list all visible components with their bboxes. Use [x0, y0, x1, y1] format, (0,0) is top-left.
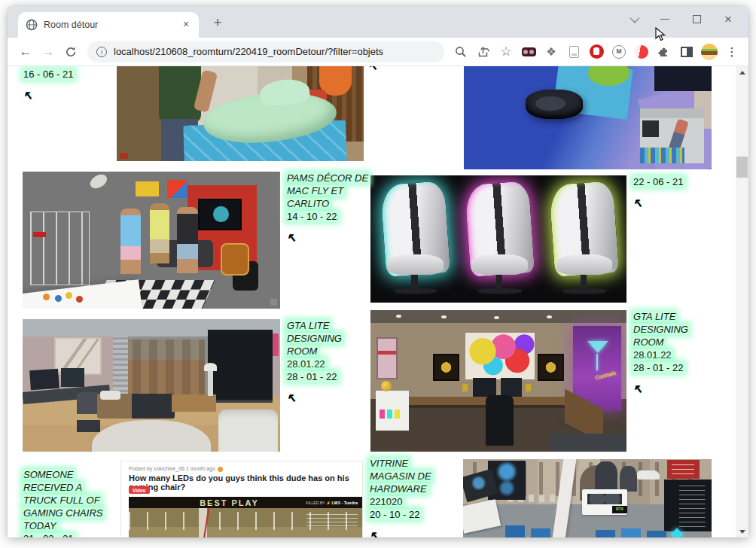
browser-toolbar: ← → i localhost/210608_roomturn/220419_r…	[8, 38, 748, 66]
white-box	[463, 499, 500, 533]
gallery-image-gta-studio[interactable]: Cocktails	[370, 310, 626, 452]
tv-face	[213, 206, 229, 223]
video-watermark	[120, 153, 128, 159]
nw-arrow-icon: ↖	[369, 529, 453, 537]
gallery-image-streamer-room[interactable]	[23, 172, 280, 309]
extension-adblock-hand-icon[interactable]	[586, 41, 607, 62]
address-bar[interactable]: i localhost/210608_roomturn/220419_roomD…	[87, 41, 444, 62]
vertical-scrollbar[interactable]	[736, 66, 748, 537]
chevron-down-icon[interactable]	[617, 6, 649, 32]
cube-shelf-grid	[30, 212, 90, 285]
chair-base	[562, 288, 606, 294]
mouse-cursor	[655, 27, 667, 42]
glass-cases	[664, 480, 712, 531]
tab-title: Room détour	[44, 20, 179, 30]
gallery-image-gta-bedroom[interactable]	[23, 319, 280, 452]
gold-record	[434, 355, 458, 379]
hanging-prop	[87, 172, 109, 192]
pip-person	[669, 118, 689, 151]
gold-record	[539, 355, 562, 379]
neon-glass-stem	[596, 354, 598, 370]
nw-arrow-icon: ↖	[23, 89, 105, 102]
maximize-button[interactable]	[681, 6, 712, 32]
supreme-box	[33, 232, 46, 237]
nw-arrow-icon: ↖	[286, 391, 370, 404]
colored-bottles	[380, 409, 385, 419]
gallery-image-hardware-storefront[interactable]: RTX	[463, 459, 712, 537]
killed-by-text: KILLED BY ⚡ LW3 - Tundra	[283, 501, 362, 505]
floor-lamp	[208, 367, 213, 396]
label-code: 28.01.22	[286, 358, 326, 370]
search-icon[interactable]	[450, 41, 471, 62]
office-chair	[77, 392, 100, 432]
gallery-image-reddit-post[interactable]: Posted by u/Archive_06 1 month ago How m…	[120, 461, 363, 537]
speakers	[462, 384, 468, 391]
car-reflection	[637, 470, 660, 480]
menu-dots-icon[interactable]: ⋮	[721, 41, 742, 62]
video-badge: Video	[129, 486, 150, 494]
page-content: 16 - 06 - 21 ↖ ↖	[8, 66, 748, 537]
forward-icon[interactable]: →	[38, 41, 59, 62]
monitor	[473, 378, 496, 396]
chair-base	[478, 288, 522, 294]
back-icon[interactable]: ←	[15, 41, 36, 62]
reader-square-icon[interactable]	[676, 41, 697, 62]
killcam-scene	[129, 508, 362, 537]
person-reflection	[595, 461, 617, 492]
reload-icon[interactable]	[60, 41, 81, 62]
pip-wall	[640, 108, 705, 118]
scene-hud-text	[306, 513, 358, 526]
label-date: 16 - 06 - 21	[23, 68, 75, 80]
gallery-label-8: VITRINE MAGASIN DE HARDWARE 221020 20 - …	[369, 457, 453, 537]
scrollbar-thumb[interactable]	[736, 157, 748, 178]
gallery-image-foam-chair[interactable]	[117, 66, 364, 161]
url-text: localhost/210608_roomturn/220419_roomDet…	[114, 46, 383, 57]
extension-onetab-icon[interactable]	[631, 41, 652, 62]
scroll-up-icon[interactable]	[736, 66, 748, 78]
close-button[interactable]: ×	[712, 6, 744, 32]
gallery-image-rgb-gaming-chairs[interactable]	[370, 175, 626, 303]
red-poster	[667, 460, 700, 479]
gallery-label-6: GTA LITE DESIGNING ROOM 28.01.22 28 - 01…	[633, 310, 715, 395]
label-title: SOMEONE RECEIVED A TRUCK FULL OF GAMING …	[23, 469, 103, 531]
extension-mask-icon[interactable]	[518, 41, 539, 62]
label-date: 28 - 01 - 22	[633, 362, 684, 373]
vr-headset-lens	[535, 96, 565, 111]
extensions-puzzle-icon[interactable]	[654, 41, 675, 62]
big-tv	[208, 330, 273, 403]
drum-kit	[221, 243, 249, 276]
rtx-badge: RTX	[612, 506, 627, 513]
reddit-post-meta: Posted by u/Archive_06 1 month ago	[129, 466, 223, 472]
gallery-label-5: GTA LITE DESIGNING ROOM 28.01.22 28 - 01…	[286, 319, 370, 404]
graffiti-painting	[465, 333, 535, 379]
label-code: 221020	[369, 496, 403, 507]
page-info-icon[interactable]: i	[96, 47, 107, 57]
tab-close-icon[interactable]: ×	[179, 18, 193, 32]
white-sofa	[218, 409, 278, 452]
nw-arrow-icon: ↖	[633, 196, 715, 209]
dark-corner	[654, 66, 712, 91]
monitor	[29, 369, 59, 391]
window-controls: ×	[617, 6, 744, 32]
monitor	[61, 368, 84, 387]
poster-yellow	[136, 181, 159, 196]
share-icon[interactable]	[473, 41, 494, 62]
label-date: 22 - 06 - 21	[633, 176, 684, 187]
chair-base	[394, 288, 437, 294]
new-tab-button[interactable]: +	[208, 14, 227, 33]
extension-rm-icon[interactable]: M	[608, 41, 629, 62]
gallery-image-bed-vr-headset[interactable]	[464, 66, 712, 169]
label-date: 20 - 10 - 22	[369, 509, 421, 520]
tab-room-detour[interactable]: Room détour ×	[18, 12, 199, 38]
gallery-label-4: 22 - 06 - 21 ↖	[633, 175, 715, 209]
chair-seat	[471, 254, 528, 275]
bookmark-star-icon[interactable]: ☆	[495, 41, 517, 62]
nw-arrow-icon: ↖	[286, 231, 370, 244]
extension-dropbox-icon[interactable]: ❖	[541, 41, 562, 62]
profile-avatar[interactable]	[699, 41, 720, 62]
scroll-down-icon[interactable]	[736, 525, 748, 537]
extension-document-icon[interactable]	[563, 41, 584, 62]
monitor	[501, 378, 521, 396]
label-date: 31 - 03 - 21	[23, 533, 75, 537]
nw-arrow-icon: ↖	[367, 66, 377, 72]
